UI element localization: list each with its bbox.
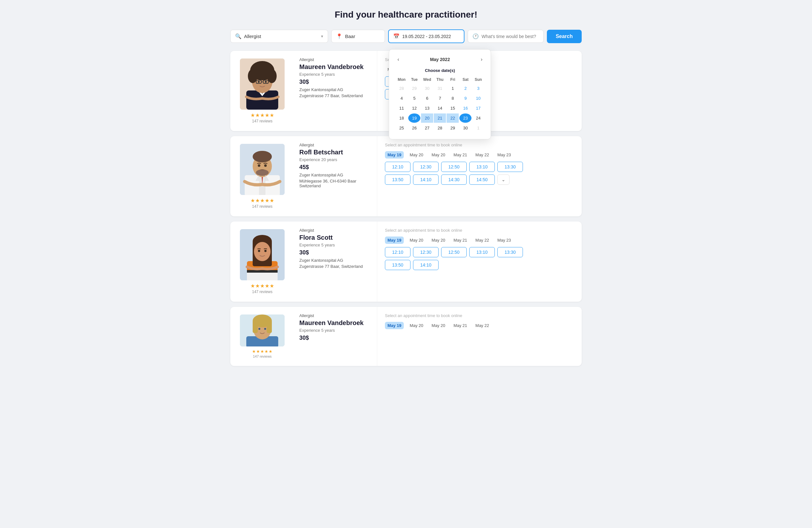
- cal-day[interactable]: 16: [459, 103, 472, 113]
- time-slot[interactable]: 12:50: [441, 162, 467, 172]
- day-header-sun: Sun: [472, 76, 484, 83]
- specialty-input[interactable]: [244, 33, 318, 39]
- date-chip[interactable]: May 20: [407, 322, 426, 329]
- day-header-mon: Mon: [395, 76, 408, 83]
- location-input[interactable]: [345, 33, 380, 39]
- cal-day[interactable]: 26: [408, 123, 420, 133]
- time-slot[interactable]: 14:30: [441, 174, 467, 185]
- cal-day[interactable]: 18: [395, 113, 408, 123]
- day-header-tue: Tue: [408, 76, 420, 83]
- cal-day-19[interactable]: 19: [408, 113, 420, 123]
- cal-day[interactable]: 17: [472, 103, 484, 113]
- time-slot[interactable]: 12:10: [385, 162, 410, 172]
- date-chip-active[interactable]: May 19: [385, 322, 404, 329]
- time-slot[interactable]: 13:50: [385, 174, 410, 185]
- date-chip[interactable]: May 23: [495, 237, 514, 244]
- cal-day[interactable]: 2: [459, 84, 472, 93]
- schedule-label: Select an appointment time to book onlin…: [385, 228, 574, 233]
- date-chip[interactable]: May 20: [429, 237, 448, 244]
- card-name: Maureen Vandebroek: [299, 63, 372, 71]
- cal-day[interactable]: 7: [434, 94, 446, 103]
- cal-day[interactable]: 8: [447, 94, 459, 103]
- card-schedule: Select an appointment time to book onlin…: [377, 222, 582, 302]
- calendar-icon: 📅: [393, 33, 400, 39]
- date-chip[interactable]: May 21: [451, 151, 470, 158]
- svg-rect-28: [247, 270, 278, 273]
- card-left: ★★★★★ 147 reviews: [230, 307, 294, 366]
- cal-day[interactable]: 6: [421, 94, 433, 103]
- date-chip[interactable]: May 21: [451, 322, 470, 329]
- date-chip[interactable]: May 20: [429, 322, 448, 329]
- cal-day[interactable]: 22: [447, 113, 459, 123]
- cal-day[interactable]: 28: [395, 84, 408, 93]
- date-chip-active[interactable]: May 19: [385, 237, 404, 244]
- time-slot[interactable]: 12:50: [441, 247, 467, 257]
- cal-day[interactable]: 15: [447, 103, 459, 113]
- time-slot[interactable]: 14:50: [469, 174, 495, 185]
- cal-day[interactable]: 29: [447, 123, 459, 133]
- cal-day[interactable]: 30: [459, 123, 472, 133]
- svg-point-21: [256, 169, 269, 176]
- card-name: Maureen Vandebroek: [299, 319, 372, 327]
- time-slot[interactable]: 13:10: [469, 162, 495, 172]
- date-chip[interactable]: May 20: [407, 237, 426, 244]
- time-slot[interactable]: 13:30: [497, 247, 523, 257]
- date-chip[interactable]: May 20: [407, 151, 426, 158]
- date-chip[interactable]: May 22: [473, 237, 492, 244]
- cal-day[interactable]: 11: [395, 103, 408, 113]
- time-slot[interactable]: 13:30: [497, 162, 523, 172]
- date-chip[interactable]: May 22: [473, 322, 492, 329]
- cal-day[interactable]: 31: [434, 84, 446, 93]
- time-slot[interactable]: 12:10: [385, 247, 410, 257]
- practitioner-card: ★★★★★ 147 reviews Allergist Rofl Betscha…: [230, 136, 582, 216]
- cal-day[interactable]: 20: [421, 113, 433, 123]
- time-slot[interactable]: 12:30: [413, 247, 438, 257]
- cal-day[interactable]: 4: [395, 94, 408, 103]
- time-input[interactable]: [481, 34, 539, 39]
- time-slot[interactable]: 12:30: [413, 162, 438, 172]
- cal-day[interactable]: 29: [408, 84, 420, 93]
- date-chip-active[interactable]: May 19: [385, 151, 404, 158]
- cal-day[interactable]: 1: [447, 84, 459, 93]
- date-chip[interactable]: May 20: [429, 151, 448, 158]
- day-header-wed: Wed: [421, 76, 433, 83]
- specialty-field[interactable]: 🔍 ▾: [230, 30, 328, 43]
- search-button[interactable]: Search: [547, 30, 582, 43]
- cal-day[interactable]: 5: [408, 94, 420, 103]
- pin-icon: 📍: [336, 33, 343, 39]
- more-times-button[interactable]: ⌄: [497, 174, 509, 185]
- card-schedule: Select an appointment time to book onlin…: [377, 136, 582, 216]
- cal-day[interactable]: 24: [472, 113, 484, 123]
- cal-day-23[interactable]: 23: [459, 113, 472, 123]
- time-slot[interactable]: 13:10: [469, 247, 495, 257]
- svg-point-44: [258, 328, 260, 330]
- cal-day[interactable]: 21: [434, 113, 446, 123]
- location-field[interactable]: 📍: [331, 30, 385, 43]
- cal-day[interactable]: 1: [472, 123, 484, 133]
- date-chip[interactable]: May 21: [451, 237, 470, 244]
- cal-day[interactable]: 10: [472, 94, 484, 103]
- cal-day[interactable]: 12: [408, 103, 420, 113]
- schedule-dates: May 19 May 20 May 20 May 21 May 22 May 2…: [385, 151, 574, 158]
- calendar-next-button[interactable]: ›: [479, 56, 484, 63]
- calendar-prev-button[interactable]: ‹: [395, 56, 401, 63]
- reviews: 147 reviews: [252, 204, 273, 209]
- cal-day[interactable]: 13: [421, 103, 433, 113]
- cal-day[interactable]: 3: [472, 84, 484, 93]
- time-field[interactable]: 🕐: [468, 30, 543, 43]
- cal-day[interactable]: 9: [459, 94, 472, 103]
- time-slot[interactable]: 13:50: [385, 260, 410, 270]
- cal-day[interactable]: 27: [421, 123, 433, 133]
- card-experience: Experience 5 years: [299, 243, 372, 247]
- cal-day[interactable]: 14: [434, 103, 446, 113]
- cal-day[interactable]: 30: [421, 84, 433, 93]
- cal-day[interactable]: 28: [434, 123, 446, 133]
- date-chip[interactable]: May 22: [473, 151, 492, 158]
- date-chip[interactable]: May 23: [495, 151, 514, 158]
- time-slot[interactable]: 14:10: [413, 260, 438, 270]
- day-header-fri: Fri: [447, 76, 459, 83]
- cal-day[interactable]: 25: [395, 123, 408, 133]
- time-slot[interactable]: 14:10: [413, 174, 438, 185]
- date-range-field[interactable]: 📅 19.05.2022 - 23.05.2022 ‹ May 2022 › C…: [388, 29, 464, 43]
- search-bar: 🔍 ▾ 📍 📅 19.05.2022 - 23.05.2022 ‹ May 20…: [230, 29, 582, 43]
